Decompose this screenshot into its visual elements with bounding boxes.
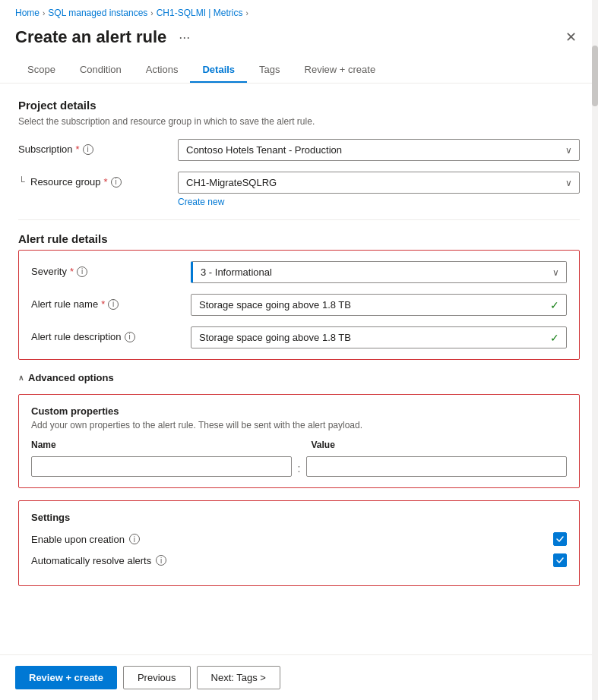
alert-rule-desc-info-icon[interactable]: i [125,332,135,342]
review-create-button[interactable]: Review + create [15,666,117,689]
custom-props-name-header: Name [31,440,287,450]
severity-label: Severity * i [31,261,183,277]
custom-props-headers: Name Value [31,440,567,450]
alert-rule-name-info-icon[interactable]: i [108,299,119,310]
project-details-desc: Select the subscription and resource gro… [18,116,580,127]
resource-group-select[interactable]: CH1-MigrateSQLRG [178,172,580,194]
resource-group-select-wrapper: CH1-MigrateSQLRG ∨ [178,172,580,194]
alert-rule-name-input-wrapper: Storage space going above 1.8 TB ✓ [191,294,567,316]
custom-props-value-header: Value [312,440,568,450]
severity-select[interactable]: 0 - Critical 1 - Error 2 - Warning 3 - I… [191,261,567,283]
alert-rule-name-input[interactable]: Storage space going above 1.8 TB [191,294,567,316]
breadcrumb-sql[interactable]: SQL managed instances [48,8,147,18]
tab-actions[interactable]: Actions [134,58,191,83]
header: Create an alert rule ··· ✕ [0,23,598,58]
subscription-required: * [76,143,80,155]
alert-rule-name-label: Alert rule name * i [31,294,183,310]
severity-control: 0 - Critical 1 - Error 2 - Warning 3 - I… [191,261,567,283]
alert-rule-name-row: Alert rule name * i Storage space going … [31,294,567,316]
resource-group-info-icon[interactable]: i [111,177,122,188]
alert-rule-desc-label: Alert rule description i [31,326,183,342]
previous-button[interactable]: Previous [123,666,191,689]
alert-rule-name-control: Storage space going above 1.8 TB ✓ [191,294,567,316]
custom-props-title: Custom properties [31,405,567,417]
alert-rule-desc-valid-icon: ✓ [550,332,559,344]
advanced-options-section: ∧ Advanced options Custom properties Add… [18,372,580,586]
content-area: Project details Select the subscription … [0,84,598,654]
advanced-options-title: Advanced options [28,372,114,383]
resource-group-required: * [104,176,108,188]
enable-upon-creation-label: Enable upon creation i [31,534,140,545]
severity-select-wrapper: 0 - Critical 1 - Error 2 - Warning 3 - I… [191,261,567,283]
scrollbar-thumb[interactable] [592,46,598,106]
severity-required: * [70,266,74,277]
subscription-select-wrapper: Contoso Hotels Tenant - Production ∨ [178,139,580,161]
tab-scope[interactable]: Scope [15,58,68,83]
resolve-info-icon[interactable]: i [156,555,166,566]
custom-properties-box: Custom properties Add your own propertie… [18,394,580,488]
enable-upon-creation-checkbox[interactable] [553,532,567,546]
scrollbar-track [592,0,598,700]
breadcrumb: Home › SQL managed instances › CH1-SQLMI… [0,0,598,23]
breadcrumb-chevron-3: › [245,9,248,17]
alert-rule-name-valid-icon: ✓ [550,299,559,311]
custom-props-row: : [31,456,567,477]
project-details-section: Project details Select the subscription … [18,99,580,207]
next-tags-button[interactable]: Next: Tags > [197,666,280,689]
breadcrumb-home[interactable]: Home [15,8,40,18]
subscription-select[interactable]: Contoso Hotels Tenant - Production [178,139,580,161]
enable-upon-creation-row: Enable upon creation i [31,532,567,546]
divider-1 [18,219,580,220]
alert-rule-desc-row: Alert rule description i Storage space g… [31,326,567,348]
subscription-row: Subscription * i Contoso Hotels Tenant -… [18,139,580,161]
breadcrumb-chevron-1: › [43,9,45,17]
alert-rule-details-title: Alert rule details [18,232,580,245]
auto-resolve-label: Automatically resolve alerts i [31,555,166,566]
alert-rule-desc-control: Storage space going above 1.8 TB ✓ [191,326,567,348]
enable-info-icon[interactable]: i [129,534,140,544]
custom-props-name-input[interactable] [31,456,292,477]
alert-rule-desc-input[interactable]: Storage space going above 1.8 TB [191,326,567,348]
severity-row: Severity * i 0 - Critical 1 - Error 2 - … [31,261,567,283]
auto-resolve-checkbox[interactable] [553,553,567,567]
severity-info-icon[interactable]: i [77,266,87,277]
custom-props-value-input[interactable] [306,456,567,477]
tab-condition[interactable]: Condition [68,58,134,83]
create-new-link[interactable]: Create new [178,197,224,207]
tab-review-create[interactable]: Review + create [293,58,388,83]
custom-props-desc: Add your own properties to the alert rul… [31,420,567,430]
more-button[interactable]: ··· [174,28,195,47]
subscription-info-icon[interactable]: i [83,144,93,155]
subscription-control: Contoso Hotels Tenant - Production ∨ [178,139,580,161]
subscription-label: Subscription * i [18,139,170,155]
project-details-title: Project details [18,99,580,112]
page-title: Create an alert rule [15,27,166,47]
resource-group-control: CH1-MigrateSQLRG ∨ Create new [178,172,580,207]
settings-box: Settings Enable upon creation i [18,500,580,586]
tab-details[interactable]: Details [190,58,247,83]
advanced-options-chevron-icon: ∧ [18,374,24,382]
custom-props-colon: : [298,459,301,475]
advanced-options-header[interactable]: ∧ Advanced options [18,372,580,383]
alert-rule-desc-input-wrapper: Storage space going above 1.8 TB ✓ [191,326,567,348]
auto-resolve-row: Automatically resolve alerts i [31,553,567,567]
alert-rule-name-required: * [101,298,105,310]
breadcrumb-metrics[interactable]: CH1-SQLMI | Metrics [157,8,243,18]
close-button[interactable]: ✕ [559,26,583,49]
tab-tags[interactable]: Tags [247,58,292,83]
alert-rule-box: Severity * i 0 - Critical 1 - Error 2 - … [18,250,580,360]
footer: Review + create Previous Next: Tags > [0,654,598,700]
panel: Home › SQL managed instances › CH1-SQLMI… [0,0,598,700]
tabs: Scope Condition Actions Details Tags Rev… [0,58,598,84]
header-left: Create an alert rule ··· [15,27,195,47]
resource-group-row: └ Resource group * i CH1-MigrateSQLRG ∨ … [18,172,580,207]
alert-rule-details-section: Alert rule details Severity * i 0 - Crit… [18,232,580,360]
settings-title: Settings [31,512,567,523]
breadcrumb-chevron-2: › [150,9,153,17]
resource-group-label: └ Resource group * i [18,172,170,188]
